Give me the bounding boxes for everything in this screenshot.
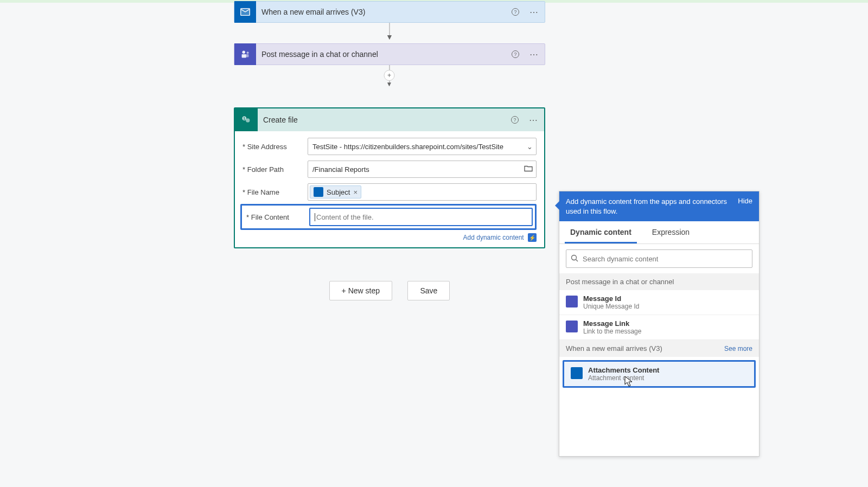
dynamic-content-flyout: Add dynamic content from the apps and co…: [559, 191, 760, 457]
svg-point-4: [242, 51, 246, 54]
teams-icon: [234, 43, 256, 65]
label-folder-path: * Folder Path: [242, 165, 308, 174]
item-attachments-content-highlighted[interactable]: Attachments Content Attachment content: [563, 360, 756, 388]
search-dynamic-content[interactable]: [566, 249, 752, 268]
flow-canvas: When a new email arrives (V3) ? ⋯ ▼ Post…: [234, 1, 545, 300]
svg-text:?: ?: [514, 52, 516, 57]
svg-rect-7: [246, 54, 249, 57]
more-icon[interactable]: ⋯: [526, 4, 541, 20]
svg-text:S: S: [243, 117, 246, 120]
search-input[interactable]: [583, 255, 748, 263]
create-file-header[interactable]: S Create file ? ⋯: [235, 108, 544, 131]
dynamic-content-badge-icon: ⚡: [528, 233, 537, 242]
folder-path-input[interactable]: /Financial Reports: [308, 161, 537, 178]
svg-point-5: [247, 52, 249, 54]
label-file-content: * File Content: [246, 213, 309, 221]
create-file-card: S Create file ? ⋯ * Site Address TestSit…: [234, 107, 545, 248]
hide-button[interactable]: Hide: [738, 197, 752, 216]
search-icon: [571, 254, 578, 264]
new-step-button[interactable]: + New step: [329, 281, 392, 300]
item-name: Attachments Content: [588, 366, 659, 374]
field-folder-path: * Folder Path /Financial Reports: [242, 161, 537, 178]
svg-rect-6: [242, 54, 246, 57]
file-name-input[interactable]: Subject ×: [308, 183, 537, 201]
help-icon[interactable]: ?: [508, 47, 523, 62]
group-outlook-header: When a new email arrives (V3) See more: [559, 340, 759, 357]
flyout-pointer: [555, 201, 559, 210]
item-message-id[interactable]: Message Id Unique Message Id: [559, 290, 759, 315]
item-name: Message Link: [583, 319, 641, 328]
item-desc: Attachment content: [588, 374, 659, 382]
svg-point-11: [246, 118, 250, 122]
svg-point-15: [572, 255, 577, 260]
svg-text:?: ?: [514, 9, 516, 15]
teams-icon: [566, 321, 578, 332]
add-step-icon[interactable]: +: [384, 70, 395, 81]
field-site-address: * Site Address TestSite - https://citize…: [242, 138, 537, 155]
add-dynamic-content-link[interactable]: Add dynamic content ⚡: [242, 233, 537, 242]
arrow-down-icon: ▼: [386, 33, 393, 41]
arrow-down-icon: ▼: [386, 80, 393, 88]
see-more-link[interactable]: See more: [724, 345, 752, 353]
flyout-tabs: Dynamic content Expression: [559, 221, 759, 244]
token-label: Subject: [327, 188, 350, 196]
folder-picker-icon[interactable]: [524, 165, 533, 174]
site-address-value: TestSite - https://citizenbuilders.share…: [312, 143, 503, 151]
trigger-title: When a new email arrives (V3): [261, 8, 508, 16]
more-icon[interactable]: ⋯: [526, 112, 541, 127]
item-message-link[interactable]: Message Link Link to the message: [559, 315, 759, 340]
flyout-header: Add dynamic content from the apps and co…: [559, 191, 759, 221]
flyout-description: Add dynamic content from the apps and co…: [566, 197, 733, 216]
item-desc: Link to the message: [583, 328, 641, 335]
item-desc: Unique Message Id: [583, 303, 639, 310]
help-icon[interactable]: ?: [507, 112, 522, 127]
button-row: + New step Save: [234, 281, 545, 300]
site-address-select[interactable]: TestSite - https://citizenbuilders.share…: [308, 138, 537, 155]
action-card-teams[interactable]: Post message in a chat or channel ? ⋯: [234, 43, 545, 65]
outlook-icon: [234, 1, 256, 23]
item-name: Message Id: [583, 294, 639, 303]
tab-dynamic-content[interactable]: Dynamic content: [565, 221, 637, 244]
help-icon[interactable]: ?: [508, 4, 523, 20]
connector-with-add: + ▼: [390, 65, 390, 86]
field-file-name: * File Name Subject ×: [242, 183, 537, 201]
sharepoint-icon: S: [235, 108, 258, 131]
trigger-card[interactable]: When a new email arrives (V3) ? ⋯: [234, 1, 545, 23]
file-content-input[interactable]: Content of the file.: [309, 208, 533, 226]
folder-path-value: /Financial Reports: [312, 165, 369, 174]
chevron-down-icon[interactable]: ⌄: [527, 143, 533, 151]
action-title: Post message in a chat or channel: [261, 50, 508, 59]
group-teams-header: Post message in a chat or channel: [559, 273, 759, 290]
field-file-content-highlighted: * File Content Content of the file.: [240, 204, 537, 230]
outlook-icon: [571, 367, 583, 379]
save-button[interactable]: Save: [407, 281, 450, 300]
outlook-icon: [314, 187, 323, 197]
teams-icon: [566, 296, 578, 307]
create-file-title: Create file: [263, 116, 507, 124]
label-file-name: * File Name: [242, 188, 308, 196]
more-icon[interactable]: ⋯: [526, 47, 541, 62]
svg-line-16: [576, 259, 578, 261]
label-site-address: * Site Address: [242, 143, 308, 151]
tab-expression[interactable]: Expression: [647, 221, 695, 244]
token-subject[interactable]: Subject ×: [310, 185, 361, 198]
svg-text:?: ?: [513, 117, 516, 123]
file-content-placeholder: Content of the file.: [315, 213, 374, 221]
remove-token-icon[interactable]: ×: [353, 188, 358, 196]
